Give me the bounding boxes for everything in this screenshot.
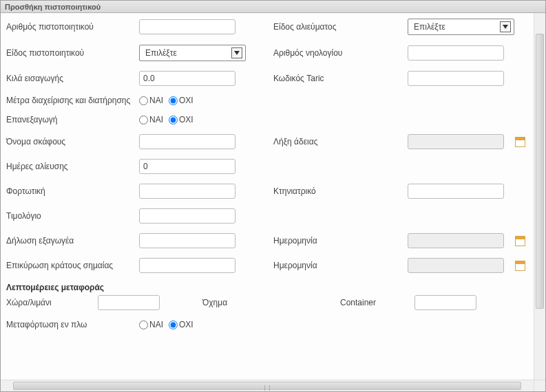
input-register-number[interactable] (408, 45, 504, 61)
calendar-icon[interactable] (515, 137, 525, 147)
input-fishing-days[interactable] (139, 159, 235, 174)
radio-no-label: ΟΧΙ (179, 96, 193, 105)
label-invoice: Τιμολόγιο (5, 211, 139, 221)
label-bill-of-lading: Φορτωτική (5, 186, 139, 196)
radio-yes-label: ΝΑΙ (149, 96, 163, 105)
radio-mgmt-no[interactable]: ΟΧΙ (169, 96, 193, 105)
horizontal-scroll-thumb[interactable] (13, 382, 521, 390)
radio-yes-label: ΝΑΙ (149, 320, 163, 329)
dialog-window: Προσθήκη πιστοποιητικού Αριθμός πιστοποι… (0, 0, 546, 392)
label-cert-type: Είδος πιστοποιητικού (5, 48, 139, 58)
window-title: Προσθήκη πιστοποιητικού (5, 3, 101, 11)
radio-mgmt-yes[interactable]: ΝΑΙ (139, 96, 163, 105)
vertical-scrollbar[interactable] (534, 13, 545, 380)
input-date1[interactable] (408, 233, 504, 248)
label-mgmt-measures: Μέτρα διαχείρισης και διατήρησης (5, 96, 139, 105)
radio-group-mgmt: ΝΑΙ ΟΧΙ (139, 96, 266, 105)
input-exporter-decl[interactable] (139, 233, 235, 248)
input-country-port[interactable] (98, 295, 160, 310)
scroll-grip-icon (264, 385, 270, 391)
radio-yes-label: ΝΑΙ (149, 115, 163, 124)
label-license-expiry: Λήξη άδειας (266, 137, 408, 146)
calendar-icon[interactable] (515, 236, 525, 246)
form-content: Αριθμός πιστοποιητικού Είδος αλιεύματος … (1, 13, 534, 380)
radio-reexport-no[interactable]: ΟΧΙ (169, 115, 193, 124)
label-transship: Μεταφόρτωση εν πλω (5, 320, 139, 329)
input-date2[interactable] (408, 258, 504, 273)
label-veterinary: Κτηνιατρικό (266, 186, 408, 196)
calendar-icon[interactable] (515, 261, 525, 271)
input-taric-code[interactable] (408, 71, 504, 86)
label-fishing-days: Ημέρες αλίευσης (5, 162, 139, 171)
scroll-corner (534, 380, 545, 391)
input-flag-validation[interactable] (139, 258, 235, 273)
input-bill-of-lading[interactable] (139, 184, 235, 199)
radio-group-transship: ΝΑΙ ΟΧΙ (139, 320, 266, 329)
input-container[interactable] (414, 295, 476, 310)
input-vessel-name[interactable] (139, 134, 235, 149)
radio-transship-yes[interactable]: ΝΑΙ (139, 320, 163, 329)
label-import-kg: Κιλά εισαγωγής (5, 74, 139, 83)
radio-transship-no[interactable]: ΟΧΙ (169, 320, 193, 329)
label-country-port: Χώρα/λιμάνι (5, 298, 98, 307)
label-register-number: Αριθμός νηολογίου (266, 48, 408, 58)
input-invoice[interactable] (139, 208, 235, 224)
window-titlebar: Προσθήκη πιστοποιητικού (1, 1, 545, 13)
select-cert-type-value: Επιλέξτε (145, 48, 177, 58)
label-container: Container (339, 298, 414, 307)
radio-no-label: ΟΧΙ (179, 320, 193, 329)
dropdown-arrow-icon (500, 21, 511, 32)
svg-marker-1 (234, 51, 240, 55)
section-transport-header: Λεπτομέρειες μεταφοράς (5, 283, 529, 292)
horizontal-scrollbar[interactable] (1, 380, 534, 391)
label-vessel-name: Όνομα σκάφους (5, 137, 139, 146)
input-veterinary[interactable] (408, 184, 504, 199)
label-taric-code: Κωδικός Taric (266, 74, 408, 83)
svg-marker-0 (503, 25, 508, 29)
select-fishery-type[interactable]: Επιλέξτε (408, 19, 514, 35)
label-reexport: Επανεξαγωγή (5, 115, 139, 124)
input-license-expiry[interactable] (408, 134, 504, 149)
radio-reexport-yes[interactable]: ΝΑΙ (139, 115, 163, 124)
label-vehicle: Όχημα (201, 298, 339, 307)
radio-group-reexport: ΝΑΙ ΟΧΙ (139, 115, 266, 124)
dropdown-arrow-icon (231, 47, 242, 58)
vertical-scroll-thumb[interactable] (536, 34, 544, 309)
label-flag-validation: Επικύρωση κράτους σημαίας (5, 261, 139, 270)
label-date1: Ημερομηνία (266, 236, 408, 246)
input-cert-number[interactable] (139, 19, 235, 34)
select-cert-type[interactable]: Επιλέξτε (139, 45, 246, 61)
label-exporter-decl: Δήλωση εξαγωγέα (5, 236, 139, 246)
label-date2: Ημερομηνία (266, 261, 408, 270)
radio-no-label: ΟΧΙ (179, 115, 193, 124)
input-import-kg[interactable] (139, 71, 235, 86)
label-cert-number: Αριθμός πιστοποιητικού (5, 22, 139, 32)
select-fishery-type-value: Επιλέξτε (414, 22, 445, 32)
label-fishery-type: Είδος αλιεύματος (266, 22, 408, 32)
